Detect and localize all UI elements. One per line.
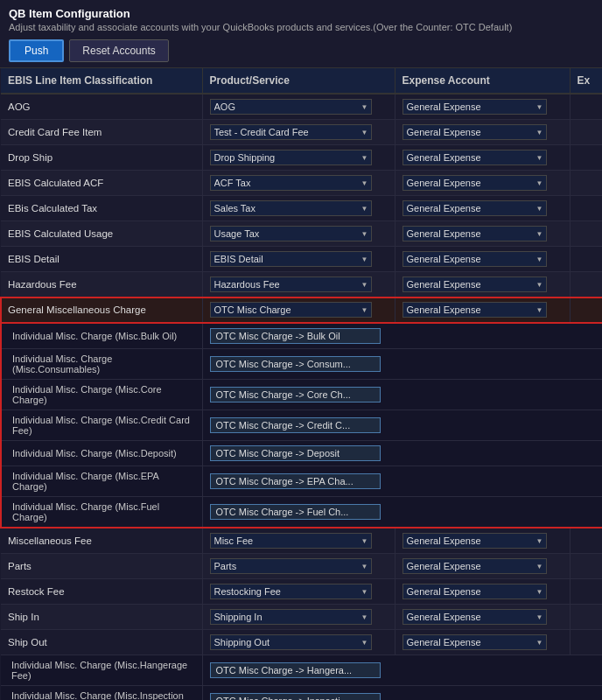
line-item-cell: AOG bbox=[1, 94, 202, 120]
line-item-cell: Ship In bbox=[1, 605, 202, 630]
expense-cell[interactable]: General Expense bbox=[395, 94, 570, 120]
push-button[interactable]: Push bbox=[9, 39, 64, 62]
product-select[interactable]: Parts bbox=[210, 558, 372, 574]
expense-select[interactable]: General Expense bbox=[402, 302, 547, 318]
product-select[interactable]: AOG bbox=[210, 99, 372, 115]
line-item-cell: EBis Calculated Tax bbox=[1, 196, 202, 221]
sub-row-value-cell[interactable] bbox=[202, 323, 602, 349]
sub-row-input[interactable] bbox=[210, 473, 381, 489]
product-cell[interactable]: Hazardous Fee bbox=[202, 272, 395, 298]
expense-cell[interactable]: General Expense bbox=[395, 605, 570, 630]
reset-accounts-button[interactable]: Reset Accounts bbox=[69, 39, 168, 62]
expense-select[interactable]: General Expense bbox=[402, 251, 547, 267]
extra-cell bbox=[570, 554, 602, 579]
product-cell[interactable]: Test - Credit Card Fee bbox=[202, 120, 395, 145]
sub-row-value-cell[interactable] bbox=[202, 686, 602, 701]
extra-cell bbox=[570, 171, 602, 196]
sub-row-label: Individual Misc. Charge (Misc.Hangerage … bbox=[1, 655, 202, 686]
sub-row-value-cell[interactable] bbox=[202, 655, 602, 686]
sub-row-input[interactable] bbox=[210, 693, 381, 700]
product-cell[interactable]: Sales Tax bbox=[202, 196, 395, 221]
expense-select[interactable]: General Expense bbox=[402, 584, 547, 599]
expense-select[interactable]: General Expense bbox=[402, 276, 547, 292]
expense-select[interactable]: General Expense bbox=[402, 558, 547, 574]
expense-cell[interactable]: General Expense bbox=[395, 221, 570, 247]
expense-cell[interactable]: General Expense bbox=[395, 120, 570, 145]
col-header-product: Product/Service bbox=[202, 68, 395, 94]
product-select[interactable]: Test - Credit Card Fee bbox=[210, 124, 372, 140]
expense-cell[interactable]: General Expense bbox=[395, 579, 570, 605]
expense-select[interactable]: General Expense bbox=[402, 226, 547, 242]
expense-cell[interactable]: General Expense bbox=[395, 528, 570, 554]
product-select[interactable]: ACF Tax bbox=[210, 175, 372, 191]
sub-row: Individual Misc. Charge (Misc.Hangerage … bbox=[1, 655, 602, 686]
product-cell[interactable]: Usage Tax bbox=[202, 221, 395, 247]
product-select[interactable]: Shipping In bbox=[210, 609, 372, 625]
line-item-cell: EBIS Detail bbox=[1, 247, 202, 272]
sub-row-value-cell[interactable] bbox=[202, 466, 602, 497]
expense-select[interactable]: General Expense bbox=[402, 124, 547, 140]
expense-cell[interactable]: General Expense bbox=[395, 298, 570, 324]
expense-select[interactable]: General Expense bbox=[402, 609, 547, 625]
sub-row-value-cell[interactable] bbox=[202, 441, 602, 466]
product-select[interactable]: Usage Tax bbox=[210, 226, 372, 242]
product-cell[interactable]: EBIS Detail bbox=[202, 247, 395, 272]
expense-select[interactable]: General Expense bbox=[402, 175, 547, 191]
sub-row-input[interactable] bbox=[210, 662, 381, 678]
page-title: QB Item Configuration bbox=[9, 7, 593, 20]
expense-cell[interactable]: General Expense bbox=[395, 272, 570, 298]
table-row: EBis Calculated TaxSales TaxGeneral Expe… bbox=[1, 196, 602, 221]
expense-cell[interactable]: General Expense bbox=[395, 196, 570, 221]
line-item-cell: Hazardous Fee bbox=[1, 272, 202, 298]
sub-row-label: Individual Misc. Charge (Misc.Deposit) bbox=[1, 441, 202, 466]
product-cell[interactable]: ACF Tax bbox=[202, 171, 395, 196]
expense-select[interactable]: General Expense bbox=[402, 533, 547, 549]
expense-select[interactable]: General Expense bbox=[402, 99, 547, 115]
product-cell[interactable]: Misc Fee bbox=[202, 528, 395, 554]
product-select[interactable]: Shipping Out bbox=[210, 634, 372, 650]
page-header: QB Item Configuration Adjust taxability … bbox=[0, 0, 602, 68]
product-cell[interactable]: Parts bbox=[202, 554, 395, 579]
line-item-cell: EBIS Calculated ACF bbox=[1, 171, 202, 196]
product-cell[interactable]: Shipping In bbox=[202, 605, 395, 630]
extra-cell bbox=[570, 579, 602, 605]
expense-cell[interactable]: General Expense bbox=[395, 145, 570, 171]
sub-row: Individual Misc. Charge (Misc.Consumable… bbox=[1, 349, 602, 380]
product-cell[interactable]: Restocking Fee bbox=[202, 579, 395, 605]
line-item-cell: Parts bbox=[1, 554, 202, 579]
line-item-cell: EBIS Calculated Usage bbox=[1, 221, 202, 247]
expense-cell[interactable]: General Expense bbox=[395, 554, 570, 579]
sub-row-value-cell[interactable] bbox=[202, 380, 602, 410]
sub-row-input[interactable] bbox=[210, 328, 381, 344]
expense-cell[interactable]: General Expense bbox=[395, 630, 570, 655]
sub-row-input[interactable] bbox=[210, 417, 381, 433]
sub-row-input[interactable] bbox=[210, 504, 381, 520]
expense-select[interactable]: General Expense bbox=[402, 150, 547, 165]
sub-row-input[interactable] bbox=[210, 445, 381, 461]
product-select[interactable]: Hazardous Fee bbox=[210, 276, 372, 292]
sub-row: Individual Misc. Charge (Misc.Bulk Oil) bbox=[1, 323, 602, 349]
sub-row: Individual Misc. Charge (Misc.Core Charg… bbox=[1, 380, 602, 410]
product-select[interactable]: OTC Misc Charge bbox=[210, 302, 372, 318]
product-select[interactable]: Misc Fee bbox=[210, 533, 372, 549]
product-cell[interactable]: Drop Shipping bbox=[202, 145, 395, 171]
expense-select[interactable]: General Expense bbox=[402, 200, 547, 216]
sub-row-label: Individual Misc. Charge (Misc.EPA Charge… bbox=[1, 466, 202, 497]
sub-row-value-cell[interactable] bbox=[202, 497, 602, 528]
product-select[interactable]: Restocking Fee bbox=[210, 584, 372, 599]
sub-row-input[interactable] bbox=[210, 387, 381, 402]
table-row: General Miscellaneous ChargeOTC Misc Cha… bbox=[1, 298, 602, 324]
product-cell[interactable]: OTC Misc Charge bbox=[202, 298, 395, 324]
product-select[interactable]: Sales Tax bbox=[210, 200, 372, 216]
sub-row-value-cell[interactable] bbox=[202, 410, 602, 441]
product-select[interactable]: EBIS Detail bbox=[210, 251, 372, 267]
product-select[interactable]: Drop Shipping bbox=[210, 150, 372, 165]
config-table: EBIS Line Item Classification Product/Se… bbox=[0, 68, 602, 700]
expense-select[interactable]: General Expense bbox=[402, 634, 547, 650]
expense-cell[interactable]: General Expense bbox=[395, 247, 570, 272]
product-cell[interactable]: AOG bbox=[202, 94, 395, 120]
sub-row-input[interactable] bbox=[210, 356, 381, 372]
expense-cell[interactable]: General Expense bbox=[395, 171, 570, 196]
sub-row-value-cell[interactable] bbox=[202, 349, 602, 380]
product-cell[interactable]: Shipping Out bbox=[202, 630, 395, 655]
